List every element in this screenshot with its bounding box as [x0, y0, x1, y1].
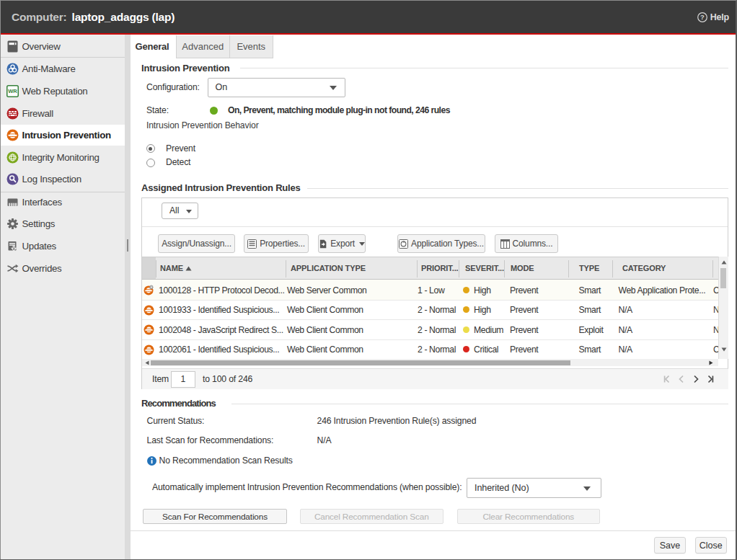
svg-text:?: ? — [700, 13, 705, 21]
svg-text:WR: WR — [8, 88, 17, 94]
